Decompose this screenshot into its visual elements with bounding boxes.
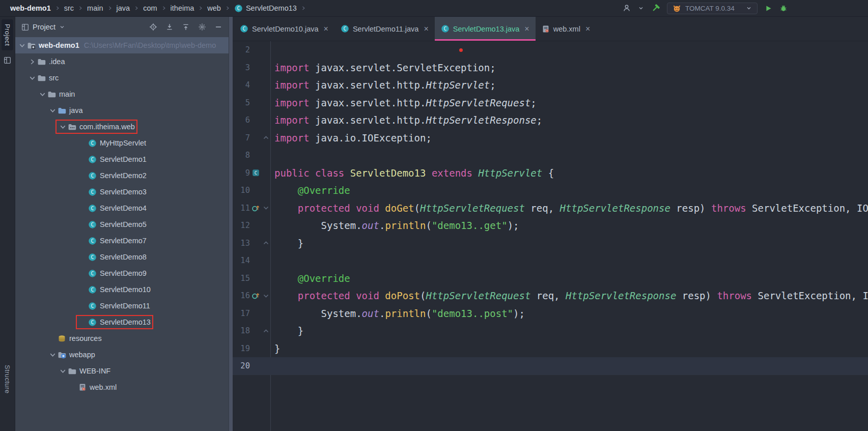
tree-item[interactable]: web.xml	[15, 379, 229, 395]
chevron-down-icon[interactable]	[48, 350, 57, 359]
tree-item[interactable]: java	[15, 102, 229, 119]
tree-item[interactable]: CServletDemo1	[15, 151, 229, 167]
code-area[interactable]: 23import javax.servlet.ServletException;…	[233, 41, 868, 431]
tree-item[interactable]: src	[15, 70, 229, 86]
project-scrollbar[interactable]	[229, 17, 233, 431]
breadcrumb-item[interactable]: java	[117, 4, 130, 12]
code-line[interactable]: 20	[233, 357, 868, 375]
build-hammer-icon[interactable]	[651, 4, 660, 13]
class-icon: C	[234, 4, 243, 13]
editor-tab[interactable]: CServletDemo13.java×	[435, 17, 536, 41]
tree-item[interactable]: WEB-INF	[15, 363, 229, 379]
tree-item[interactable]: CServletDemo13	[15, 314, 229, 330]
tool-window-icon[interactable]	[4, 56, 11, 64]
close-icon[interactable]: ×	[424, 25, 428, 33]
tree-item[interactable]: CServletDemo3	[15, 184, 229, 200]
code-line[interactable]: 4import javax.servlet.http.HttpServlet;	[233, 76, 868, 94]
code-line[interactable]: 18 }	[233, 322, 868, 340]
fold-up-icon[interactable]	[261, 328, 270, 334]
gutter-override-icon[interactable]	[250, 292, 261, 300]
code-line[interactable]: 17 System.out.println("demo13..post");	[233, 305, 868, 323]
code-line[interactable]: 2	[233, 41, 868, 59]
tree-item-content: CServletDemo4	[78, 204, 147, 213]
tree-item[interactable]: CServletDemo5	[15, 216, 229, 233]
close-icon[interactable]: ×	[524, 25, 529, 33]
code-line[interactable]: 7import java.io.IOException;	[233, 129, 868, 147]
code-line[interactable]: 13 }	[233, 235, 868, 252]
code-line[interactable]: 6import javax.servlet.http.HttpServletRe…	[233, 111, 868, 129]
close-icon[interactable]: ×	[324, 25, 328, 33]
code-line[interactable]: 8	[233, 147, 868, 164]
tree-item[interactable]: CServletDemo11	[15, 298, 229, 314]
chevron-down-icon[interactable]	[59, 24, 65, 30]
collapse-all-icon[interactable]	[182, 23, 190, 31]
editor-tab[interactable]: web.xml×	[536, 17, 597, 41]
breadcrumb-item[interactable]: main	[87, 4, 103, 12]
chevron-down-icon[interactable]	[17, 41, 26, 50]
tree-item[interactable]: CServletDemo7	[15, 233, 229, 249]
tree-item[interactable]: CServletDemo9	[15, 265, 229, 281]
tree-item[interactable]: webapp	[15, 347, 229, 363]
tree-item[interactable]: resources	[15, 330, 229, 347]
close-icon[interactable]: ×	[585, 25, 590, 33]
breadcrumb: web-demo1srcmainjavacomitheimawebCServle…	[10, 4, 306, 13]
fold-down-icon[interactable]	[261, 205, 270, 211]
code-line[interactable]: 12 System.out.println("demo13..get");	[233, 217, 868, 235]
editor-tab[interactable]: CServletDemo10.java×	[234, 17, 334, 41]
tree-item[interactable]: CServletDemo2	[15, 167, 229, 184]
tree-item[interactable]: CServletDemo10	[15, 281, 229, 298]
class-icon: C	[88, 188, 97, 196]
tree-item[interactable]: .idea	[15, 53, 229, 70]
breadcrumb-item[interactable]: itheima	[171, 4, 194, 12]
debug-button[interactable]	[779, 4, 788, 12]
chevron-down-icon[interactable]	[38, 90, 47, 99]
code-line[interactable]: 15 @Override	[233, 270, 868, 288]
chevron-down-icon[interactable]	[58, 122, 67, 131]
fold-up-icon[interactable]	[261, 134, 270, 141]
editor-tab[interactable]: CServletDemo11.java×	[334, 17, 435, 41]
chevron-right-icon[interactable]	[27, 57, 37, 66]
hide-panel-icon[interactable]	[214, 23, 222, 31]
code-text: import java.io.IOException;	[270, 132, 432, 143]
code-line[interactable]: 19}	[233, 340, 868, 358]
chevron-down-icon[interactable]	[48, 106, 57, 115]
tree-item[interactable]: main	[15, 86, 229, 102]
code-line[interactable]: 11 protected void doGet(HttpServletReque…	[233, 199, 868, 217]
chevron-down-icon[interactable]	[58, 366, 67, 376]
tree-item[interactable]: CServletDemo4	[15, 200, 229, 216]
code-line[interactable]: 5import javax.servlet.http.HttpServletRe…	[233, 94, 868, 112]
breadcrumb-item[interactable]: src	[64, 4, 74, 12]
code-line[interactable]: 10 @Override	[233, 182, 868, 199]
class-icon: C	[88, 318, 97, 327]
chevron-down-icon[interactable]	[638, 5, 644, 11]
run-config-selector[interactable]: TOMCAT 9.0.34	[667, 3, 758, 14]
tree-item[interactable]: CServletDemo8	[15, 249, 229, 265]
settings-gear-icon[interactable]	[198, 23, 206, 31]
breadcrumb-item[interactable]: web-demo1	[10, 4, 51, 12]
locate-file-icon[interactable]	[149, 23, 157, 31]
chevron-down-icon[interactable]	[27, 73, 37, 82]
gutter-class-icon[interactable]: C	[250, 169, 261, 177]
gutter-override-icon[interactable]	[250, 204, 261, 212]
folder-java-icon	[58, 106, 66, 115]
project-folder-icon	[27, 41, 36, 50]
fold-up-icon[interactable]	[261, 240, 270, 246]
code-line[interactable]: 9Cpublic class ServletDemo13 extends Htt…	[233, 164, 868, 182]
tree-item[interactable]: web-demo1C:\Users\MrFan\Desktop\tmp\web-…	[15, 37, 229, 53]
breadcrumb-item[interactable]: web	[207, 4, 221, 12]
code-line[interactable]: 16 protected void doPost(HttpServletRequ…	[233, 287, 868, 305]
code-line[interactable]: 14	[233, 252, 868, 270]
breadcrumb-item[interactable]: com	[143, 4, 157, 12]
chevron-right-icon	[107, 6, 113, 11]
tree-item[interactable]: com.itheima.web	[15, 119, 229, 135]
stripe-tab-structure[interactable]: Structure	[2, 360, 13, 398]
tree-item[interactable]: CMyHttpServlet	[15, 135, 229, 151]
tab-label: ServletDemo11.java	[353, 25, 419, 33]
user-icon[interactable]	[623, 4, 631, 12]
expand-all-icon[interactable]	[165, 23, 174, 31]
breadcrumb-item[interactable]: CServletDemo13	[234, 4, 297, 13]
fold-down-icon[interactable]	[261, 293, 270, 299]
code-line[interactable]: 3import javax.servlet.ServletException;	[233, 59, 868, 77]
run-button[interactable]	[765, 5, 772, 12]
stripe-tab-project[interactable]: Project	[2, 19, 13, 50]
